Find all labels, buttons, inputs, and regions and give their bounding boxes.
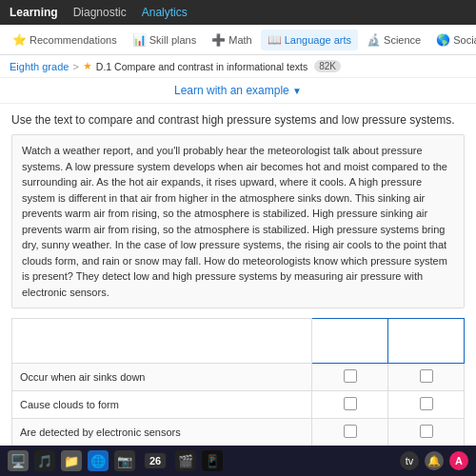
nav-learning[interactable]: Learning bbox=[10, 6, 58, 19]
taskbar-photos-icon[interactable]: 📷 bbox=[114, 450, 135, 471]
taskbar-video-icon[interactable]: 🎬 bbox=[175, 450, 196, 471]
checkbox-empty-icon[interactable] bbox=[344, 369, 357, 383]
taskbar-phone-icon[interactable]: 📱 bbox=[202, 450, 223, 471]
tab-science[interactable]: 🔬 Science bbox=[360, 30, 427, 50]
row-label-1: Occur when air sinks down bbox=[12, 364, 312, 391]
chevron-down-icon: ▼ bbox=[292, 86, 302, 96]
checkbox-empty-icon[interactable] bbox=[420, 425, 433, 438]
tab-language-arts[interactable]: 📖 Language arts bbox=[261, 30, 358, 50]
table-row: Occur when air sinks down bbox=[12, 364, 465, 391]
breadcrumb: Eighth grade > ★ D.1 Compare and contras… bbox=[0, 55, 476, 78]
tab-bar: ⭐ Recommendations 📊 Skill plans ➕ Math 📖… bbox=[0, 25, 476, 55]
taskbar-right-section: tv 🔔 A bbox=[400, 451, 468, 470]
language-arts-icon: 📖 bbox=[268, 33, 282, 47]
tab-math[interactable]: ➕ Math bbox=[205, 30, 258, 50]
standard-badge: 82K bbox=[314, 60, 341, 72]
star-icon: ★ bbox=[83, 60, 92, 72]
checkbox-empty-icon[interactable] bbox=[420, 397, 433, 410]
math-icon: ➕ bbox=[211, 33, 226, 47]
taskbar-notification-icon[interactable]: 🔔 bbox=[425, 451, 444, 470]
taskbar-folder-icon[interactable]: 📁 bbox=[61, 450, 82, 471]
checkbox-empty-icon[interactable] bbox=[344, 425, 357, 438]
taskbar-tv-icon[interactable]: tv bbox=[400, 451, 419, 470]
example-toggle-label: Learn with an example bbox=[174, 84, 289, 97]
skill-plans-icon: 📊 bbox=[132, 33, 147, 47]
taskbar-finder-icon[interactable]: 🖥️ bbox=[8, 450, 29, 471]
passage-content: Watch a weather report, and you'll proba… bbox=[22, 145, 447, 298]
breadcrumb-standard: D.1 Compare and contrast in informationa… bbox=[96, 61, 307, 72]
row-label-3: Are detected by electronic sensors bbox=[12, 419, 312, 446]
row-label-2: Cause clouds to form bbox=[12, 391, 312, 419]
taskbar-browser-icon[interactable]: 🌐 bbox=[88, 450, 109, 471]
breadcrumb-grade[interactable]: Eighth grade bbox=[10, 61, 69, 72]
checkbox-low-2[interactable] bbox=[388, 391, 465, 419]
table-header-high-pressure: High pressure systems bbox=[312, 319, 388, 364]
taskbar: 🖥️ 🎵 📁 🌐 📷 26 🎬 📱 tv 🔔 A bbox=[0, 446, 476, 476]
comparison-table: High pressure systems Low pressure syste… bbox=[11, 318, 465, 446]
checkbox-high-2[interactable] bbox=[312, 391, 388, 419]
top-navigation: Learning Diagnostic Analytics bbox=[0, 0, 476, 25]
question-prompt: Use the text to compare and contrast hig… bbox=[11, 113, 465, 127]
taskbar-a-icon[interactable]: A bbox=[449, 451, 468, 470]
table-row: Are detected by electronic sensors bbox=[12, 419, 465, 446]
breadcrumb-sep-1: > bbox=[72, 61, 78, 72]
recommendations-icon: ⭐ bbox=[12, 33, 27, 47]
checkbox-empty-icon[interactable] bbox=[420, 369, 433, 383]
table-row: Cause clouds to form bbox=[12, 391, 465, 419]
checkbox-low-3[interactable] bbox=[388, 419, 465, 446]
social-studies-icon: 🌎 bbox=[436, 33, 450, 47]
table-header-low-pressure: Low pressure systems bbox=[388, 319, 465, 364]
tab-recommendations[interactable]: ⭐ Recommendations bbox=[6, 30, 124, 50]
nav-diagnostic[interactable]: Diagnostic bbox=[73, 6, 127, 19]
taskbar-date: 26 bbox=[145, 453, 166, 468]
tab-skill-plans[interactable]: 📊 Skill plans bbox=[126, 30, 204, 50]
taskbar-music-icon[interactable]: 🎵 bbox=[34, 450, 55, 471]
checkbox-empty-icon[interactable] bbox=[344, 397, 357, 410]
checkbox-low-1[interactable] bbox=[388, 364, 465, 391]
tab-social-studies[interactable]: 🌎 Social studies bbox=[429, 30, 476, 50]
nav-analytics[interactable]: Analytics bbox=[142, 6, 188, 19]
checkbox-high-1[interactable] bbox=[312, 364, 388, 391]
passage-text: Watch a weather report, and you'll proba… bbox=[11, 134, 465, 308]
example-toggle[interactable]: Learn with an example ▼ bbox=[0, 78, 476, 104]
checkbox-high-3[interactable] bbox=[312, 419, 388, 446]
table-header-empty bbox=[12, 319, 312, 364]
science-icon: 🔬 bbox=[367, 33, 381, 47]
main-content: Use the text to compare and contrast hig… bbox=[0, 104, 476, 476]
